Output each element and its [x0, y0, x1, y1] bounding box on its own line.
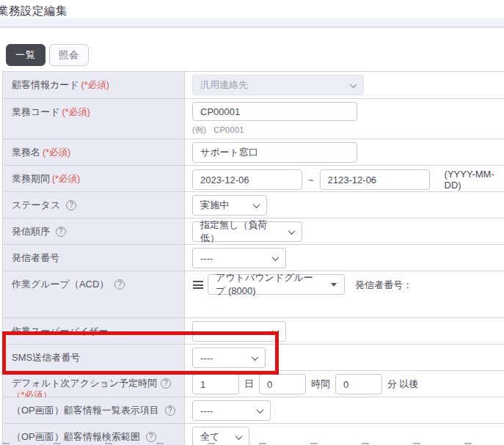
field-label: 作業スーパーバイザー: [12, 326, 109, 337]
status-select[interactable]: 実施中: [192, 195, 267, 216]
chevron-down-icon: [257, 406, 264, 413]
next-action-days-input[interactable]: [192, 374, 239, 394]
field-label: 業務コード: [12, 106, 60, 118]
row-business-period: 業務期間 (*必須) ~ (YYYY-MM-DD): [2, 166, 504, 192]
row-status: ステータス 実施中: [2, 192, 504, 218]
row-sms-sender-number: SMS送信者番号 ----: [2, 345, 504, 371]
chevron-down-icon: [253, 201, 260, 208]
period-start-input[interactable]: [192, 169, 302, 190]
chevron-down-icon: [288, 227, 296, 235]
row-op-customer-list-columns: （OP画面）顧客情報一覧表示項目 ----: [2, 397, 504, 424]
chevron-down-icon: [272, 254, 280, 261]
field-label: デフォルト次アクション予定時間: [12, 378, 157, 389]
help-icon[interactable]: [161, 378, 171, 389]
field-label: （OP画面）顧客情報一覧表示項目: [12, 405, 159, 416]
sms-sender-number-select[interactable]: ----: [192, 347, 266, 368]
row-default-next-action-time: デフォルト次アクション予定時間 （*必須） 日 時間 分 以後: [2, 371, 504, 397]
op-customer-list-columns-select[interactable]: ----: [192, 400, 271, 421]
group-caller-number-label: 発信者番号：: [355, 279, 412, 292]
dashed-divider: [2, 443, 504, 444]
row-customer-info-card: 顧客情報カード (*必須) 汎用連絡先: [2, 72, 504, 99]
drag-handle-icon[interactable]: [193, 281, 203, 289]
field-label: （OP画面）顧客情報検索範囲: [12, 431, 140, 443]
tab-inquiry[interactable]: 照会: [49, 44, 89, 66]
header-divider: [0, 18, 504, 28]
caller-number-select[interactable]: ----: [192, 248, 286, 268]
required-badge: (*必須): [43, 147, 70, 158]
chevron-down-icon: [235, 433, 243, 440]
help-icon[interactable]: [146, 432, 156, 442]
days-unit-label: 日: [244, 378, 254, 391]
field-label: SMS送信者番号: [12, 352, 80, 364]
row-business-name: 業務名 (*必須): [2, 139, 504, 166]
dialing-order-select[interactable]: 指定無し（負荷低）: [192, 221, 302, 242]
next-action-hours-input[interactable]: [259, 374, 306, 394]
row-work-supervisor: 作業スーパーバイザー ----: [2, 318, 504, 345]
minutes-unit-label: 分 以後: [387, 378, 419, 391]
help-icon[interactable]: [66, 200, 76, 210]
chevron-down-icon: [252, 353, 259, 361]
hours-unit-label: 時間: [311, 378, 330, 391]
caret-down-icon: [331, 283, 337, 287]
work-group-select[interactable]: アウトバウンドグループ (8000): [208, 274, 345, 295]
field-label: 顧客情報カード: [12, 79, 79, 91]
required-badge: (*必須): [52, 173, 80, 185]
help-icon[interactable]: [114, 279, 125, 290]
field-label: 発信者番号: [12, 252, 59, 264]
business-code-input[interactable]: [192, 102, 357, 121]
row-business-code: 業務コード (*必須) (例)CP0001: [2, 99, 504, 139]
settings-form-table: 顧客情報カード (*必須) 汎用連絡先 業務コード (*必須): [2, 71, 504, 445]
customer-info-card-select[interactable]: 汎用連絡先: [192, 75, 364, 95]
chevron-down-icon: [272, 327, 280, 334]
help-icon[interactable]: [165, 405, 175, 416]
row-dialing-order: 発信順序 指定無し（負荷低）: [2, 218, 504, 245]
business-code-hint: (例)CP0001: [192, 125, 244, 136]
chevron-down-icon: [350, 81, 357, 88]
period-format-hint: (YYYY-MM-DD): [445, 169, 497, 191]
page-title: 業務設定編集: [0, 4, 67, 19]
view-tabbar: 一覧 照会: [6, 44, 89, 66]
row-caller-number: 発信者番号 ----: [2, 245, 504, 271]
next-action-minutes-input[interactable]: [335, 374, 382, 394]
work-supervisor-select[interactable]: ----: [192, 321, 286, 342]
row-op-customer-search-scope: （OP画面）顧客情報検索範囲 全て: [2, 424, 504, 445]
field-label: 業務名: [12, 147, 40, 158]
tab-list[interactable]: 一覧: [6, 44, 45, 66]
required-badge: (*必須): [81, 79, 109, 91]
help-icon[interactable]: [56, 227, 66, 237]
field-label: 作業グループ（ACD）: [12, 279, 109, 290]
business-name-input[interactable]: [192, 142, 357, 163]
field-label: ステータス: [12, 199, 60, 211]
period-separator: ~: [308, 174, 314, 185]
field-label: 発信順序: [12, 226, 50, 238]
field-label: 業務期間: [12, 173, 50, 185]
row-work-group-acd: 作業グループ（ACD） アウトバウンドグループ (8000) 発信者番号：: [2, 271, 504, 318]
business-settings-edit-page: 業務設定編集 一覧 照会 顧客情報カード (*必須) 汎用連絡先: [0, 0, 504, 445]
period-end-input[interactable]: [320, 169, 430, 190]
required-badge: (*必須): [62, 106, 90, 118]
